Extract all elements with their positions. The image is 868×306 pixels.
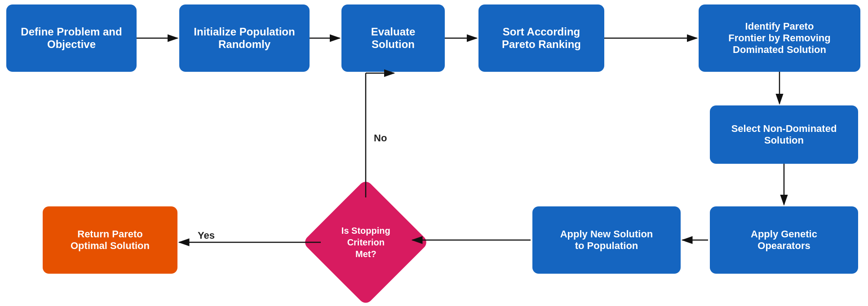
box-sort: Sort AccordingPareto Ranking xyxy=(478,4,604,72)
box-return-pareto: Return ParetoOptimal Solution xyxy=(43,206,177,274)
box-non-dominated: Select Non-DominatedSolution xyxy=(710,105,858,164)
box-genetic: Apply GeneticOpearators xyxy=(710,206,858,274)
box-pareto-frontier: Identify ParetoFrontier by RemovingDomin… xyxy=(699,4,860,72)
label-yes: Yes xyxy=(198,230,215,241)
box-evaluate: EvaluateSolution xyxy=(341,4,445,72)
box-initialize: Initialize PopulationRandomly xyxy=(179,4,310,72)
flowchart: Define Problem and Objective Initialize … xyxy=(0,0,868,306)
box-apply-new: Apply New Solutionto Population xyxy=(532,206,681,274)
box-define: Define Problem and Objective xyxy=(6,4,137,72)
label-no: No xyxy=(374,132,387,144)
box-stopping-criterion: Is StoppingCriterionMet? xyxy=(302,179,430,306)
